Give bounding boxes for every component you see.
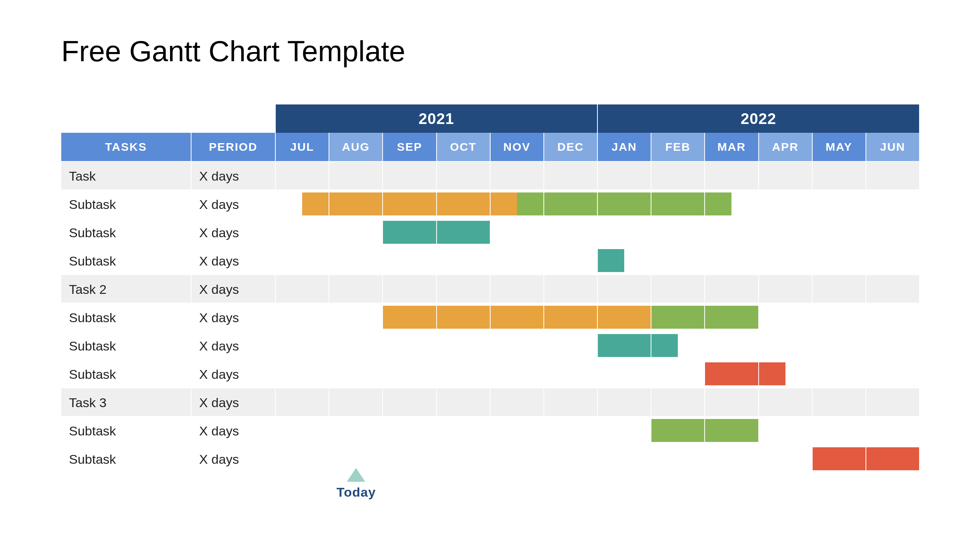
gantt-cell [705,161,759,189]
gantt-cell [544,246,598,274]
subtask-row: SubtaskX days [61,189,919,218]
gantt-cell [544,359,598,388]
gantt-cell [759,303,813,331]
task-label: Task 2 [61,274,191,303]
gantt-cell [813,189,866,218]
gantt-cell [491,246,544,274]
header-month: MAR [705,133,759,161]
gantt-cell [437,416,491,444]
gantt-cell [705,189,759,218]
gantt-bar [517,192,543,215]
page-title: Free Gantt Chart Template [61,34,919,68]
header-period: PERIOD [191,133,276,161]
gantt-cell [491,331,544,359]
gantt-cell [705,444,759,473]
gantt-cell [651,444,705,473]
gantt-cell [759,444,813,473]
gantt-bar [759,362,785,385]
gantt-cell [705,303,759,331]
gantt-cell [598,189,651,218]
gantt-cell [866,416,919,444]
subtask-row: SubtaskX days [61,303,919,331]
gantt-cell [598,359,651,388]
gantt-cell [759,274,813,303]
gantt-bar [598,192,651,215]
gantt-cell [651,161,705,189]
gantt-cell [544,416,598,444]
gantt-cell [705,416,759,444]
gantt-cell [544,303,598,331]
gantt-bar [437,221,490,244]
gantt-cell [329,218,383,246]
gantt-cell [276,303,329,331]
gantt-bar [651,306,704,329]
period-label: X days [191,416,276,444]
header-month: MAY [813,133,866,161]
header-month: FEB [651,133,705,161]
gantt-cell [491,388,544,416]
gantt-cell [651,303,705,331]
gantt-cell [651,388,705,416]
gantt-cell [759,359,813,388]
task-label: Subtask [61,303,191,331]
gantt-cell [491,444,544,473]
task-label: Subtask [61,359,191,388]
year-label: 2022 [598,104,919,133]
gantt-cell [383,303,437,331]
task-label: Task 3 [61,388,191,416]
gantt-cell [383,444,437,473]
gantt-cell [276,416,329,444]
gantt-cell [651,246,705,274]
gantt-cell [813,274,866,303]
gantt-cell [866,218,919,246]
gantt-bar [598,306,651,329]
gantt-cell [651,359,705,388]
year-label: 2021 [276,104,598,133]
gantt-cell [437,359,491,388]
gantt-cell [598,303,651,331]
gantt-cell [383,388,437,416]
gantt-cell [651,218,705,246]
task-label: Subtask [61,331,191,359]
gantt-cell [491,303,544,331]
gantt-cell [276,388,329,416]
gantt-cell [383,331,437,359]
gantt-cell [651,331,705,359]
gantt-cell [437,218,491,246]
gantt-cell [383,359,437,388]
period-label: X days [191,444,276,473]
gantt-bar [705,362,758,385]
gantt-bar [598,249,624,272]
subtask-row: SubtaskX days [61,359,919,388]
gantt-bar [383,221,436,244]
gantt-cell [276,189,329,218]
gantt-cell [651,274,705,303]
gantt-bar [383,306,436,329]
gantt-cell [705,218,759,246]
gantt-bar [491,192,517,215]
gantt-bar [813,447,865,470]
task-group-row: Task 2X days [61,274,919,303]
header-month: DEC [544,133,598,161]
subtask-row: SubtaskX days [61,331,919,359]
gantt-cell [651,189,705,218]
gantt-bar [544,306,597,329]
gantt-cell [813,416,866,444]
gantt-cell [813,388,866,416]
gantt-bar [705,419,758,442]
gantt-cell [544,274,598,303]
gantt-bar [866,447,919,470]
gantt-cell [813,444,866,473]
gantt-cell [544,388,598,416]
gantt-cell [437,189,491,218]
header-spacer [61,104,276,133]
gantt-bar [437,192,490,215]
gantt-cell [866,246,919,274]
period-label: X days [191,246,276,274]
gantt-cell [276,246,329,274]
triangle-icon [347,468,365,482]
subtask-row: SubtaskX days [61,444,919,473]
gantt-cell [329,161,383,189]
gantt-cell [813,303,866,331]
gantt-chart: 2021 2022 TASKS PERIOD JULAUGSEPOCTNOVDE… [61,104,919,473]
